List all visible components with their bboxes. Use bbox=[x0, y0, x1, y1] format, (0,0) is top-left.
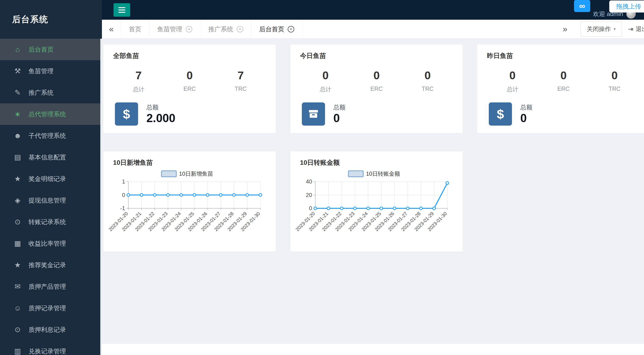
calendar-icon: ▦ bbox=[13, 239, 22, 248]
stat-icon-tile: $ bbox=[115, 102, 138, 126]
metric-label: ERC bbox=[538, 86, 589, 92]
stat-card-title: 昨日鱼苗 bbox=[487, 52, 640, 60]
sidebar-item-home-0[interactable]: ⌂后台首页 bbox=[0, 39, 102, 60]
sidebar-item-label: 基本信息配置 bbox=[28, 153, 66, 162]
metric: 0总计 bbox=[300, 69, 351, 93]
sidebar-item-label: 推广系统 bbox=[28, 88, 54, 97]
tab-1[interactable]: 鱼苗管理× bbox=[150, 20, 200, 38]
total-label: 总额 bbox=[146, 103, 175, 112]
stat-card-0: 全部鱼苗7总计0ERC7TRC$总额2.000 bbox=[103, 44, 276, 133]
total-text: 总额0 bbox=[333, 103, 346, 125]
sidebar-item-face-12[interactable]: ☺质押记录管理 bbox=[0, 297, 102, 319]
sidebar-item-power-8[interactable]: ⊙转账记录系统 bbox=[0, 211, 102, 233]
charts-row: 10日新增鱼苗-1012023-01-202023-01-212023-01-2… bbox=[103, 151, 463, 252]
logout-icon: ⇥ bbox=[628, 25, 633, 33]
stat-card-title: 全部鱼苗 bbox=[113, 52, 266, 60]
chart-card-0: 10日新增鱼苗-1012023-01-202023-01-212023-01-2… bbox=[103, 151, 276, 252]
sidebar-item-comment-11[interactable]: ✉质押产品管理 bbox=[0, 276, 102, 297]
sidebar-scrollbar[interactable] bbox=[100, 39, 102, 355]
sidebar-item-star-10[interactable]: ★推荐奖金记录 bbox=[0, 254, 102, 276]
stat-icon-tile: $ bbox=[489, 102, 512, 126]
star-icon: ★ bbox=[13, 261, 22, 269]
svg-text:1: 1 bbox=[122, 178, 125, 185]
metric: 7TRC bbox=[215, 69, 266, 93]
sidebar-item-label: 质押产品管理 bbox=[28, 282, 66, 291]
metric-label: ERC bbox=[351, 86, 402, 92]
metric-label: 总计 bbox=[487, 86, 538, 93]
star-icon: ★ bbox=[13, 174, 22, 183]
tabs-scroll-left-icon[interactable]: « bbox=[102, 20, 121, 38]
chart-title: 10日新增鱼苗 bbox=[103, 158, 276, 167]
sidebar-item-calendar-9[interactable]: ▦收益比率管理 bbox=[0, 233, 102, 254]
svg-text:20: 20 bbox=[306, 192, 312, 198]
sidebar-item-asterisk-3[interactable]: ∗总代管理系统 bbox=[0, 103, 102, 125]
metric: 0TRC bbox=[402, 69, 453, 93]
menu-toggle-button[interactable] bbox=[114, 3, 130, 17]
tab-3[interactable]: 后台首页× bbox=[251, 20, 302, 38]
sidebar-item-tag-7[interactable]: ◈提现信息管理 bbox=[0, 190, 102, 211]
cloud-upload-icon: ∞ bbox=[579, 1, 585, 11]
total-value: 2.000 bbox=[146, 112, 175, 125]
metric: 0TRC bbox=[589, 69, 640, 93]
app-root: 后台系统 ⌂后台首页⚒鱼苗管理✎推广系统∗总代管理系统☻子代管理系统▤基本信息配… bbox=[0, 0, 644, 355]
upload-icon-button[interactable]: ∞ bbox=[574, 0, 590, 12]
total-value: 0 bbox=[520, 112, 532, 125]
metric: 0总计 bbox=[487, 69, 538, 93]
sidebar: 后台系统 ⌂后台首页⚒鱼苗管理✎推广系统∗总代管理系统☻子代管理系统▤基本信息配… bbox=[0, 0, 102, 355]
metric-value: 0 bbox=[402, 69, 453, 82]
tab-label: 后台首页 bbox=[259, 25, 284, 33]
metric-value: 0 bbox=[487, 69, 538, 82]
sidebar-item-edit-2[interactable]: ✎推广系统 bbox=[0, 82, 102, 103]
sidebar-item-label: 质押记录管理 bbox=[28, 304, 66, 312]
sidebar-item-label: 奖金明细记录 bbox=[28, 175, 66, 183]
tabs-scroll-right-icon[interactable]: » bbox=[556, 24, 574, 34]
tab-0[interactable]: 首页 bbox=[121, 20, 150, 38]
sidebar-item-book-14[interactable]: ▥兑换记录管理 bbox=[0, 340, 102, 355]
main-column: 欢迎 admin ∞ 拖拽上传 « 首页鱼苗管理×推广系统×后台首页× » 关闭… bbox=[102, 0, 644, 355]
chart-card-1: 10日转账金额020402023-01-202023-01-212023-01-… bbox=[290, 151, 463, 252]
metric: 0ERC bbox=[351, 69, 402, 93]
sidebar-item-document-5[interactable]: ▤基本信息配置 bbox=[0, 146, 102, 168]
stat-card-2: 昨日鱼苗0总计0ERC0TRC$总额0 bbox=[477, 44, 644, 133]
sidebar-menu: ⌂后台首页⚒鱼苗管理✎推广系统∗总代管理系统☻子代管理系统▤基本信息配置★奖金明… bbox=[0, 39, 102, 355]
close-operations-button[interactable]: 关闭操作 ▾ bbox=[580, 22, 622, 36]
sidebar-item-users-4[interactable]: ☻子代管理系统 bbox=[0, 125, 102, 146]
tag-icon: ◈ bbox=[13, 196, 22, 204]
stats-row: 全部鱼苗7总计0ERC7TRC$总额2.000今日鱼苗0总计0ERC0TRC总额… bbox=[103, 44, 644, 133]
sidebar-item-label: 鱼苗管理 bbox=[28, 67, 54, 75]
sidebar-item-star-6[interactable]: ★奖金明细记录 bbox=[0, 168, 102, 190]
sidebar-item-label: 收益比率管理 bbox=[28, 239, 66, 248]
metric-label: ERC bbox=[164, 86, 215, 92]
sidebar-item-power-13[interactable]: ⊙质押利息记录 bbox=[0, 319, 102, 340]
logout-button[interactable]: ⇥ 退出 bbox=[628, 25, 644, 33]
metric-label: TRC bbox=[215, 86, 266, 92]
tab-close-icon[interactable]: × bbox=[237, 26, 243, 32]
stat-metrics: 0总计0ERC0TRC bbox=[487, 69, 640, 93]
book-icon: ▥ bbox=[13, 347, 22, 355]
stat-icon-tile bbox=[302, 102, 325, 126]
drag-upload-button[interactable]: 拖拽上传 bbox=[609, 0, 644, 12]
svg-text:0: 0 bbox=[122, 192, 125, 198]
sidebar-item-label: 质押利息记录 bbox=[28, 326, 66, 334]
tab-close-icon[interactable]: × bbox=[288, 26, 294, 32]
metric: 0ERC bbox=[538, 69, 589, 93]
dollar-icon: $ bbox=[497, 106, 504, 122]
metric-label: 总计 bbox=[300, 86, 351, 93]
sidebar-item-wrench-1[interactable]: ⚒鱼苗管理 bbox=[0, 60, 102, 82]
logout-label: 退出 bbox=[636, 25, 644, 33]
total-text: 总额0 bbox=[520, 103, 532, 125]
total-row: 总额0 bbox=[300, 102, 453, 126]
stat-metrics: 0总计0ERC0TRC bbox=[300, 69, 453, 93]
tab-close-icon[interactable]: × bbox=[186, 26, 192, 32]
stat-card-1: 今日鱼苗0总计0ERC0TRC总额0 bbox=[290, 44, 463, 133]
metric-label: TRC bbox=[589, 86, 640, 92]
tab-2[interactable]: 推广系统× bbox=[200, 20, 251, 38]
users-icon: ☻ bbox=[13, 132, 22, 140]
face-icon: ☺ bbox=[13, 304, 22, 312]
document-icon: ▤ bbox=[13, 153, 22, 162]
metric-value: 0 bbox=[164, 69, 215, 82]
total-label: 总额 bbox=[520, 103, 532, 112]
total-value: 0 bbox=[333, 112, 346, 125]
home-icon: ⌂ bbox=[13, 46, 22, 54]
tab-label: 鱼苗管理 bbox=[157, 25, 182, 33]
